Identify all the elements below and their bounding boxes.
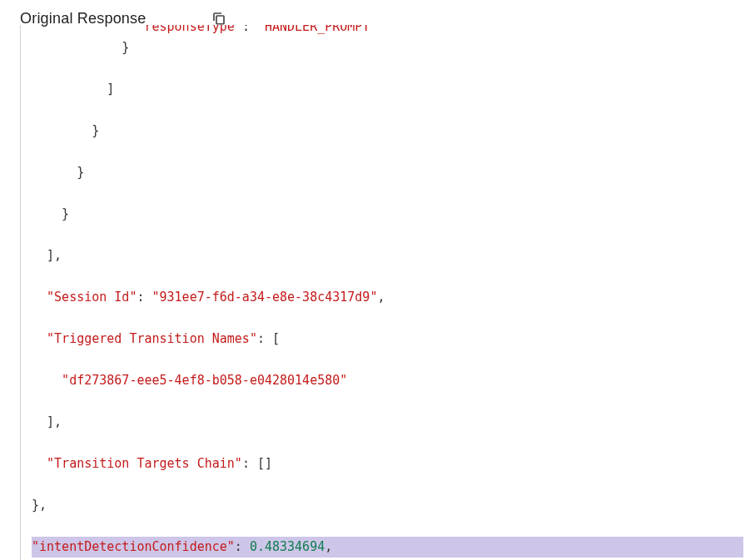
code-line: "Session Id": "931ee7-f6d-a34-e8e-38c431… xyxy=(32,287,743,308)
code-block: "responseType": "HANDLER_PROMPT" } ] } }… xyxy=(0,25,750,560)
code-line: "Triggered Transition Names": [ xyxy=(32,329,743,349)
code-line: "df273867-eee5-4ef8-b058-e0428014e580" xyxy=(32,370,743,391)
code-line: ] xyxy=(32,79,743,100)
code-line: } xyxy=(32,204,743,225)
highlighted-line: "intentDetectionConfidence": 0.48334694, xyxy=(32,537,743,558)
code-line: "Transition Targets Chain": [] xyxy=(32,453,743,474)
gutter-line xyxy=(20,25,21,560)
code-line: ], xyxy=(32,245,743,266)
code-line: } xyxy=(32,162,743,183)
json-output[interactable]: "responseType": "HANDLER_PROMPT" } ] } }… xyxy=(20,25,750,560)
copy-icon xyxy=(211,11,226,26)
code-line: }, xyxy=(32,495,743,516)
code-line: ], xyxy=(32,412,743,433)
code-line: } xyxy=(32,37,743,58)
svg-rect-0 xyxy=(216,16,224,24)
code-line: } xyxy=(32,121,743,141)
